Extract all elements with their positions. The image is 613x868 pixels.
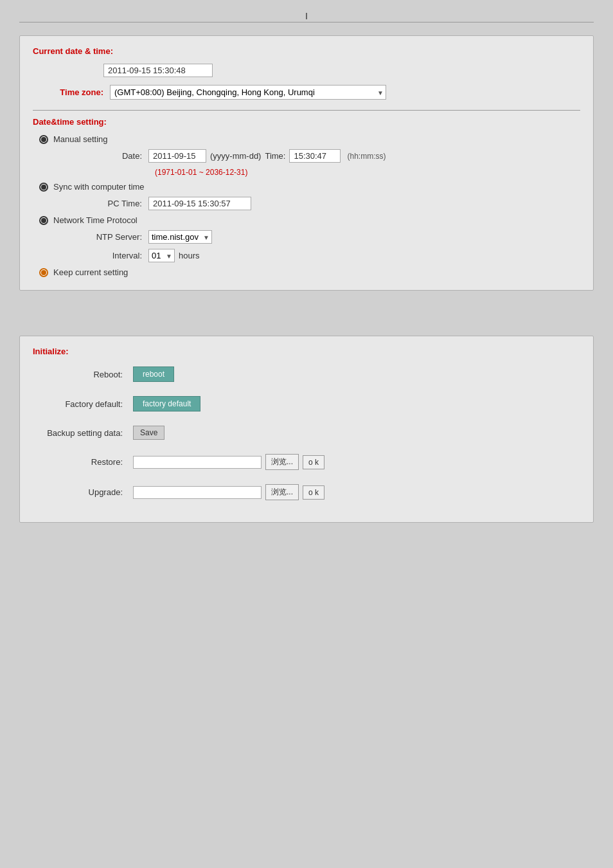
sync-label: Sync with computer time — [53, 182, 145, 192]
restore-file-input[interactable] — [133, 456, 262, 469]
manual-setting-row[interactable]: Manual setting — [39, 134, 580, 144]
pc-time-row: PC Time: 2011-09-15 15:30:57 — [84, 197, 580, 210]
sync-radio[interactable] — [39, 183, 48, 192]
interval-select[interactable]: 01 — [148, 249, 175, 262]
reboot-button[interactable]: reboot — [133, 366, 174, 382]
restore-row: Restore: 浏览... o k — [33, 451, 580, 473]
top-bar — [19, 13, 594, 23]
date-range-hint: (1971-01-01 ~ 2036-12-31) — [155, 168, 247, 177]
backup-row: Backup setting data: Save — [33, 423, 580, 442]
restore-ok-button[interactable]: o k — [303, 455, 324, 469]
restore-file-input-area: 浏览... o k — [133, 454, 324, 470]
top-bar-line — [306, 13, 307, 19]
timezone-select[interactable]: (GMT+08:00) Beijing, Chongqing, Hong Kon… — [110, 85, 386, 100]
ntp-row[interactable]: Network Time Protocol — [39, 215, 580, 225]
upgrade-ok-button[interactable]: o k — [303, 485, 324, 500]
factory-default-button[interactable]: factory default — [133, 396, 200, 411]
factory-label: Factory default: — [33, 399, 123, 409]
timezone-label: Time zone: — [33, 87, 103, 97]
manual-setting-label: Manual setting — [53, 134, 108, 144]
date-input[interactable]: 2011-09-15 — [148, 149, 206, 163]
reboot-row: Reboot: reboot — [33, 364, 580, 384]
backup-save-button[interactable]: Save — [133, 426, 164, 440]
ntp-label: Network Time Protocol — [53, 215, 138, 225]
upgrade-browse-button[interactable]: 浏览... — [265, 484, 299, 500]
manual-setting-radio[interactable] — [39, 135, 48, 144]
initialize-section: Initialize: Reboot: reboot Factory defau… — [19, 336, 594, 523]
divider-1 — [33, 110, 580, 111]
upgrade-file-input[interactable] — [133, 486, 262, 499]
page-wrapper: Current date & time: 2011-09-15 15:30:48… — [0, 0, 613, 555]
timezone-select-wrapper[interactable]: (GMT+08:00) Beijing, Chongqing, Hong Kon… — [110, 85, 386, 100]
backup-label: Backup setting data: — [33, 428, 123, 438]
keep-setting-row[interactable]: Keep current setting — [39, 267, 580, 277]
keep-setting-label: Keep current setting — [53, 267, 128, 277]
upgrade-file-input-area: 浏览... o k — [133, 484, 324, 500]
interval-select-wrapper[interactable]: 01 — [148, 249, 175, 262]
date-range-row: (1971-01-01 ~ 2036-12-31) — [84, 168, 580, 177]
ntp-radio[interactable] — [39, 216, 48, 225]
interval-label: Interval: — [84, 251, 142, 260]
keep-setting-radio[interactable] — [39, 268, 48, 277]
time-label: Time: — [265, 151, 285, 161]
date-time-inputs-row: Date: 2011-09-15 (yyyy-mm-dd) Time: 15:3… — [84, 149, 580, 163]
datetime-section: Current date & time: 2011-09-15 15:30:48… — [19, 35, 594, 291]
pc-time-display: 2011-09-15 15:30:57 — [148, 197, 251, 210]
ntp-server-select-wrapper[interactable]: time.nist.gov — [148, 230, 212, 244]
restore-browse-button[interactable]: 浏览... — [265, 454, 299, 470]
sync-row[interactable]: Sync with computer time — [39, 182, 580, 192]
date-label: Date: — [84, 151, 142, 161]
pc-time-label: PC Time: — [84, 199, 142, 208]
initialize-title: Initialize: — [33, 347, 580, 356]
current-datetime-row: 2011-09-15 15:30:48 — [103, 64, 580, 77]
ntp-server-select[interactable]: time.nist.gov — [148, 230, 212, 244]
time-format-hint: (hh:mm:ss) — [347, 152, 386, 161]
ntp-server-row: NTP Server: time.nist.gov — [84, 230, 580, 244]
date-format-hint: (yyyy-mm-dd) — [210, 151, 261, 161]
hours-label: hours — [179, 251, 200, 260]
upgrade-label: Upgrade: — [33, 487, 123, 497]
ntp-server-label: NTP Server: — [84, 232, 142, 242]
time-inputs: 2011-09-15 (yyyy-mm-dd) Time: 15:30:47 (… — [148, 149, 386, 163]
restore-label: Restore: — [33, 457, 123, 467]
current-datetime-display: 2011-09-15 15:30:48 — [103, 64, 213, 77]
timezone-row: Time zone: (GMT+08:00) Beijing, Chongqin… — [33, 85, 580, 100]
spacer — [19, 310, 594, 336]
interval-row: Interval: 01 hours — [84, 249, 580, 262]
datetime-title: Current date & time: — [33, 46, 580, 56]
date-setting-title: Date&time setting: — [33, 117, 580, 127]
time-input[interactable]: 15:30:47 — [289, 149, 341, 163]
reboot-label: Reboot: — [33, 370, 123, 379]
factory-default-row: Factory default: factory default — [33, 393, 580, 414]
upgrade-row: Upgrade: 浏览... o k — [33, 482, 580, 503]
